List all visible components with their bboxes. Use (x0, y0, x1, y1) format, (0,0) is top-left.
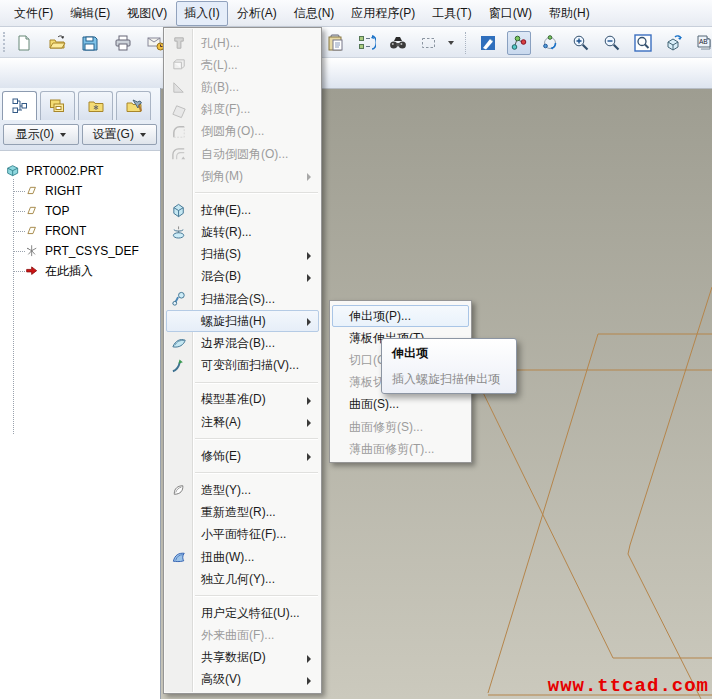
menu-item-label: 倒圆角(O)... (201, 123, 264, 140)
menubar-item-4[interactable]: 分析(A) (229, 1, 285, 26)
open-icon (48, 34, 66, 52)
menu-item-高级[interactable]: 高级(V) (166, 669, 319, 691)
menubar-item-5[interactable]: 信息(N) (286, 1, 343, 26)
menu-item-label: 曲面(S)... (349, 396, 399, 413)
draft (171, 102, 188, 119)
zoom-in-button[interactable] (569, 31, 593, 55)
submenu-arrow-icon (307, 274, 311, 282)
revolve-icon (171, 225, 188, 242)
tree-item-FRONT[interactable]: FRONT (0, 221, 160, 241)
menubar-item-3[interactable]: 插入(I) (176, 1, 227, 26)
tree-item-PRT_CSYS_DEF[interactable]: PRT_CSYS_DEF (0, 241, 160, 261)
select-box-button[interactable] (417, 31, 441, 55)
menubar-item-6[interactable]: 应用程序(P) (343, 1, 423, 26)
menu-item-模型基准[interactable]: 模型基准(D) (166, 389, 319, 411)
menu-item-label: 孔(H)... (201, 35, 240, 52)
zoom-in-icon (572, 34, 590, 52)
menu-item-label: 斜度(F)... (201, 101, 250, 118)
find-button[interactable] (386, 31, 410, 55)
menu-item-小平面特征[interactable]: 小平面特征(F)... (166, 524, 319, 546)
secondary-toolbar-strip (0, 58, 712, 89)
saved-views-button[interactable]: AB (693, 31, 712, 55)
tree-item-PRT0002.PRT[interactable]: PRT0002.PRT (0, 161, 160, 181)
tree-branch (13, 211, 25, 212)
show-dropdown-button[interactable]: 显示(0) (3, 124, 79, 145)
settings-dropdown-button[interactable]: 设置(G) (82, 124, 158, 145)
menu-item-曲面[interactable]: 曲面(S)... (332, 394, 469, 416)
menu-item-label: 筋(B)... (201, 79, 239, 96)
model-tree-tab[interactable] (2, 91, 37, 120)
menu-item-label: 自动倒圆角(O)... (201, 146, 288, 163)
menu-item-旋转[interactable]: 旋转(R)... (166, 222, 319, 244)
menu-item-扫描混合[interactable]: 扫描混合(S)... (166, 288, 319, 310)
new-file-button[interactable] (12, 31, 36, 55)
menu-item-混合[interactable]: 混合(B) (166, 266, 319, 288)
menu-separator (164, 467, 321, 479)
chevron-down-icon (140, 133, 146, 137)
part-icon (6, 164, 21, 179)
menu-item-注释[interactable]: 注释(A) (166, 411, 319, 433)
tree-item-TOP[interactable]: TOP (0, 201, 160, 221)
layer-tree-tab[interactable] (40, 91, 75, 120)
repaint-button[interactable] (476, 31, 500, 55)
menu-item-共享数据[interactable]: 共享数据(D) (166, 647, 319, 669)
vss (171, 358, 188, 375)
autoround-icon (171, 146, 188, 163)
main-toolbar: AB (0, 27, 712, 58)
menu-item-扫描[interactable]: 扫描(S) (166, 244, 319, 266)
shell (171, 57, 188, 74)
menu-item-螺旋扫描[interactable]: 螺旋扫描(H) (166, 310, 319, 332)
menubar-item-1[interactable]: 编辑(E) (62, 1, 118, 26)
zoom-refit-button[interactable] (631, 31, 655, 55)
menu-item-label: 造型(Y)... (201, 482, 251, 499)
favorites-tab[interactable] (78, 91, 113, 120)
menu-item-修饰[interactable]: 修饰(E) (166, 445, 319, 467)
tree-item-RIGHT[interactable]: RIGHT (0, 181, 160, 201)
menu-item-倒圆角: 倒圆角(O)... (166, 121, 319, 143)
tooltip: 伸出项 插入螺旋扫描伸出项 (381, 338, 517, 394)
menu-item-label: 边界混合(B)... (201, 335, 275, 352)
menu-item-伸出项[interactable]: 伸出项(P)... (332, 305, 469, 327)
menu-item-扭曲[interactable]: 扭曲(W)... (166, 546, 319, 568)
save-button[interactable] (78, 31, 102, 55)
menu-item-边界混合[interactable]: 边界混合(B)... (166, 332, 319, 354)
menu-item-用户定义特征[interactable]: 用户定义特征(U)... (166, 602, 319, 624)
menu-item-拉伸[interactable]: 拉伸(E)... (166, 199, 319, 221)
tree-item-在此插入[interactable]: 在此插入 (0, 261, 160, 281)
menu-item-label: 小平面特征(F)... (201, 526, 286, 543)
menu-item-重新造型[interactable]: 重新造型(R)... (166, 502, 319, 524)
menu-item-独立几何[interactable]: 独立几何(Y)... (166, 568, 319, 590)
navigator-header: 显示(0) 设置(G) (0, 88, 160, 151)
extrude-icon (171, 202, 188, 219)
selection-filter-button[interactable] (507, 31, 531, 55)
menubar-item-7[interactable]: 工具(T) (424, 1, 479, 26)
zoom-out-button[interactable] (600, 31, 624, 55)
paste-button[interactable] (324, 31, 348, 55)
menu-item-可变剖面扫描[interactable]: 可变剖面扫描(V)... (166, 355, 319, 377)
submenu-arrow-icon (307, 453, 311, 461)
menu-item-造型[interactable]: 造型(Y)... (166, 479, 319, 501)
model-tree-icon (11, 97, 29, 115)
menu-separator (164, 187, 321, 199)
menubar-item-9[interactable]: 帮助(H) (541, 1, 598, 26)
menubar-item-2[interactable]: 视图(V) (119, 1, 175, 26)
menubar-item-0[interactable]: 文件(F) (6, 1, 61, 26)
tools-tab[interactable] (116, 91, 151, 120)
save-icon (81, 34, 99, 52)
menu-item-薄曲面修剪: 薄曲面修剪(T)... (332, 438, 469, 460)
menubar-item-8[interactable]: 窗口(W) (481, 1, 540, 26)
rib (171, 79, 188, 96)
revolve (171, 225, 188, 242)
warp (171, 549, 188, 566)
dropdown-caret-icon[interactable] (448, 32, 456, 54)
new-file-icon (15, 34, 33, 52)
regenerate-button[interactable] (355, 31, 379, 55)
tree-toolbar: 显示(0) 设置(G) (0, 122, 160, 147)
selection-filter-icon (510, 34, 528, 52)
orbit-button[interactable] (538, 31, 562, 55)
reorient-button[interactable] (662, 31, 686, 55)
open-button[interactable] (45, 31, 69, 55)
print-button[interactable] (111, 31, 135, 55)
menu-item-label: 旋转(R)... (201, 224, 252, 241)
sweepblend (171, 291, 188, 308)
